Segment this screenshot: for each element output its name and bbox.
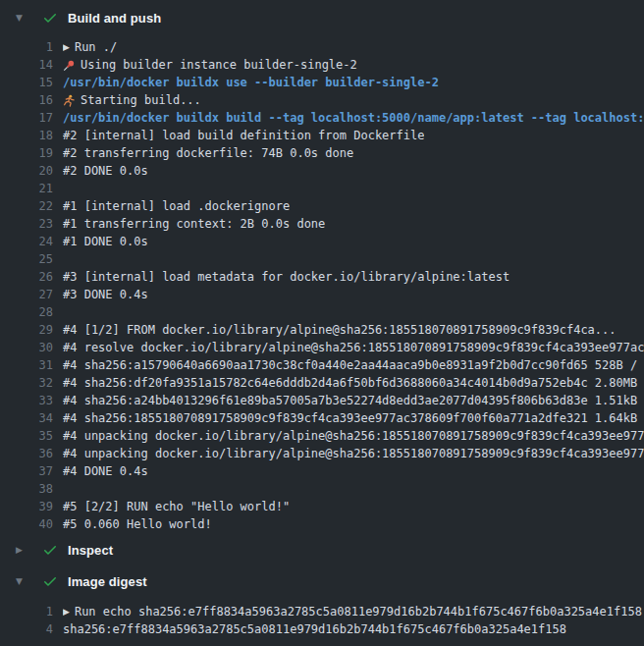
line-number[interactable]: 4	[0, 620, 53, 638]
section-title-image-digest: Image digest	[68, 574, 147, 589]
log-text-span: #4 unpacking docker.io/library/alpine@sh…	[63, 427, 644, 445]
line-number[interactable]: 22	[0, 197, 53, 215]
expand-group-icon[interactable]: ▶	[63, 38, 70, 56]
log-line: 20#2 DONE 0.0s	[0, 162, 644, 180]
line-number[interactable]: 14	[0, 56, 53, 74]
line-number[interactable]: 18	[0, 127, 53, 144]
log-text: #3 [internal] load metadata for docker.i…	[63, 268, 510, 286]
line-number[interactable]: 38	[0, 480, 53, 498]
log-text-span: #3 [internal] load metadata for docker.i…	[63, 268, 510, 286]
log-line: 21	[0, 180, 644, 197]
actions-log-viewer: ▼ Build and push 1▶Run ./14Using builder…	[0, 0, 644, 646]
log-line: 36#4 unpacking docker.io/library/alpine@…	[0, 445, 644, 462]
log-text-span: #2 [internal] load build definition from…	[63, 127, 424, 144]
log-text: #5 [2/2] RUN echo "Hello world!"	[63, 498, 290, 515]
line-number[interactable]: 15	[0, 74, 53, 91]
log-text-span: #3 DONE 0.4s	[63, 286, 148, 303]
log-line: 35#4 unpacking docker.io/library/alpine@…	[0, 427, 644, 445]
log-block-image-digest: 1▶Run echo sha256:e7ff8834a5963a2785c5a0…	[0, 603, 644, 638]
line-number[interactable]: 23	[0, 215, 53, 233]
success-check-icon	[42, 542, 58, 558]
line-number[interactable]: 29	[0, 321, 53, 339]
expand-group-icon[interactable]: ▶	[63, 603, 70, 620]
log-line: 34#4 sha256:185518070891758909c9f839cf4c…	[0, 409, 644, 427]
log-text-span: sha256:e7ff8834a5963a2785c5a0811e979d16b…	[63, 620, 566, 638]
log-text-span: #1 [internal] load .dockerignore	[63, 197, 290, 215]
line-number[interactable]: 31	[0, 356, 53, 374]
line-number[interactable]: 16	[0, 91, 53, 109]
log-line: 37#4 DONE 0.4s	[0, 462, 644, 480]
log-text: #2 [internal] load build definition from…	[63, 127, 424, 144]
chevron-down-icon[interactable]: ▼	[16, 14, 27, 23]
chevron-right-icon[interactable]: ▶	[16, 546, 27, 555]
log-text-span: Starting build...	[80, 91, 201, 109]
log-line: 26#3 [internal] load metadata for docker…	[0, 268, 644, 286]
log-text-span: #4 resolve docker.io/library/alpine@sha2…	[63, 339, 644, 356]
success-check-icon	[42, 573, 58, 589]
log-text: #4 DONE 0.4s	[63, 462, 148, 480]
log-text-span: /usr/bin/docker buildx build --tag local…	[63, 109, 644, 127]
line-number[interactable]: 20	[0, 162, 53, 180]
line-number[interactable]: 27	[0, 286, 53, 303]
line-number[interactable]: 30	[0, 339, 53, 356]
log-line: 33#4 sha256:a24bb4013296f61e89ba57005a7b…	[0, 392, 644, 409]
chevron-down-icon[interactable]: ▼	[16, 577, 27, 586]
line-number[interactable]: 36	[0, 445, 53, 462]
log-text: #1 transferring context: 2B 0.0s done	[63, 215, 325, 233]
log-line: 30#4 resolve docker.io/library/alpine@sh…	[0, 339, 644, 356]
log-text: #4 unpacking docker.io/library/alpine@sh…	[63, 445, 644, 462]
success-check-icon	[42, 10, 58, 26]
log-line: 32#4 sha256:df20fa9351a15782c64e6dddb2d4…	[0, 374, 644, 392]
line-number[interactable]: 19	[0, 144, 53, 162]
line-number[interactable]: 33	[0, 392, 53, 409]
runner-icon	[63, 91, 76, 109]
log-text-span: Run echo sha256:e7ff8834a5963a2785c5a081…	[75, 603, 642, 620]
line-number[interactable]: 1	[0, 603, 53, 620]
log-text: #4 sha256:a15790640a6690aa1730c38cf0a440…	[63, 356, 644, 374]
line-number[interactable]: 32	[0, 374, 53, 392]
log-line: 23#1 transferring context: 2B 0.0s done	[0, 215, 644, 233]
log-text-span: #4 sha256:a24bb4013296f61e89ba57005a7b3e…	[63, 392, 644, 409]
log-line: 39#5 [2/2] RUN echo "Hello world!"	[0, 498, 644, 515]
log-line: 31#4 sha256:a15790640a6690aa1730c38cf0a4…	[0, 356, 644, 374]
line-number[interactable]: 28	[0, 303, 53, 321]
log-text: #2 transferring dockerfile: 74B 0.0s don…	[63, 144, 353, 162]
line-number[interactable]: 17	[0, 109, 53, 127]
line-number[interactable]: 37	[0, 462, 53, 480]
line-number[interactable]: 25	[0, 250, 53, 268]
log-text: #3 DONE 0.4s	[63, 286, 148, 303]
line-number[interactable]: 21	[0, 180, 53, 197]
log-text: ▶Run ./	[63, 38, 117, 56]
log-line: 29#4 [1/2] FROM docker.io/library/alpine…	[0, 321, 644, 339]
log-text: Using builder instance builder-single-2	[63, 56, 357, 74]
line-number[interactable]: 26	[0, 268, 53, 286]
log-line: 22#1 [internal] load .dockerignore	[0, 197, 644, 215]
section-header-inspect[interactable]: ▶ Inspect	[0, 536, 644, 564]
log-text-span: #5 [2/2] RUN echo "Hello world!"	[63, 498, 290, 515]
log-text-span: #5 0.060 Hello world!	[63, 515, 212, 533]
log-line: 15/usr/bin/docker buildx use --builder b…	[0, 74, 644, 91]
command-text: /usr/bin/docker buildx build --tag local…	[63, 109, 644, 127]
log-text-span: #4 [1/2] FROM docker.io/library/alpine@s…	[63, 321, 617, 339]
log-text-span: #4 sha256:185518070891758909c9f839cf4ca3…	[63, 409, 644, 427]
section-header-image-digest[interactable]: ▼ Image digest	[0, 567, 644, 595]
log-text: #4 unpacking docker.io/library/alpine@sh…	[63, 427, 644, 445]
log-text: #1 [internal] load .dockerignore	[63, 197, 290, 215]
log-text-span: #4 sha256:a15790640a6690aa1730c38cf0a440…	[63, 356, 644, 374]
line-number[interactable]: 39	[0, 498, 53, 515]
line-number[interactable]: 35	[0, 427, 53, 445]
section-header-build-and-push[interactable]: ▼ Build and push	[0, 4, 644, 31]
log-line: 14Using builder instance builder-single-…	[0, 56, 644, 74]
line-number[interactable]: 1	[0, 38, 53, 56]
log-line: 27#3 DONE 0.4s	[0, 286, 644, 303]
log-text-span: #1 DONE 0.0s	[63, 233, 148, 250]
log-line: 18#2 [internal] load build definition fr…	[0, 127, 644, 144]
line-number[interactable]: 40	[0, 515, 53, 533]
log-text-span: Using builder instance builder-single-2	[80, 56, 357, 74]
log-text: #5 0.060 Hello world!	[63, 515, 212, 533]
line-number[interactable]: 34	[0, 409, 53, 427]
log-text-span: #4 DONE 0.4s	[63, 462, 148, 480]
log-text-span: #1 transferring context: 2B 0.0s done	[63, 215, 325, 233]
log-text: #2 DONE 0.0s	[63, 162, 148, 180]
line-number[interactable]: 24	[0, 233, 53, 250]
